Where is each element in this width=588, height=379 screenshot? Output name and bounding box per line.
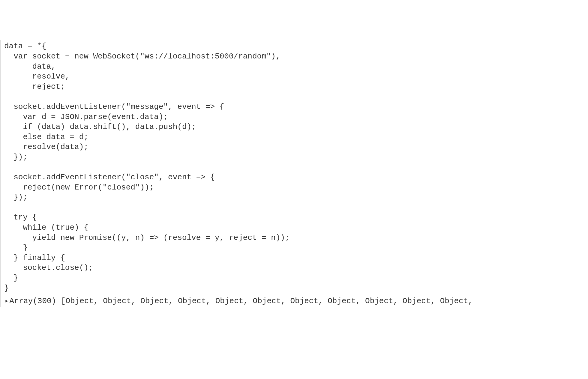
code-line: }); (4, 193, 28, 202)
code-line: else data = d; (4, 133, 88, 142)
code-line: yield new Promise((y, n) => (resolve = y… (4, 233, 290, 242)
code-line: socket.addEventListener("message", event… (4, 102, 224, 111)
code-line: while (true) { (4, 223, 88, 232)
code-line: resolve, (4, 72, 70, 81)
code-line: var socket = new WebSocket("ws://localho… (4, 52, 280, 61)
code-line: reject; (4, 82, 65, 91)
code-line: }); (4, 153, 28, 162)
output-text: Array(300) [Object, Object, Object, Obje… (9, 297, 473, 306)
code-line: data = *{ (4, 42, 46, 51)
code-cell[interactable]: data = *{ var socket = new WebSocket("ws… (0, 40, 588, 294)
code-line: } (4, 284, 9, 293)
code-line: var d = JSON.parse(event.data); (4, 112, 168, 121)
code-line: } (4, 243, 28, 252)
code-line: reject(new Error("closed")); (4, 183, 154, 192)
code-line: socket.addEventListener("close", event =… (4, 173, 215, 182)
code-line: } (4, 273, 18, 282)
output-cell[interactable]: ▸Array(300) [Object, Object, Object, Obj… (0, 294, 588, 307)
code-line: } finally { (4, 253, 65, 262)
code-line: data, (4, 62, 56, 71)
code-line: resolve(data); (4, 142, 88, 151)
expand-caret-icon[interactable]: ▸ (5, 296, 9, 306)
code-line: try { (4, 213, 37, 222)
code-line: if (data) data.shift(), data.push(d); (4, 122, 196, 131)
code-line: socket.close(); (4, 263, 93, 272)
